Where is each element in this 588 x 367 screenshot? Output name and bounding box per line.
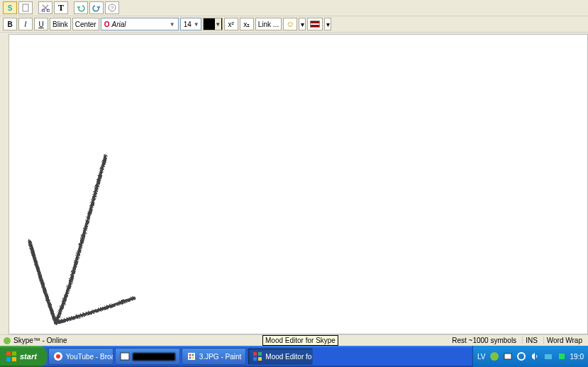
- cut-button[interactable]: [38, 1, 52, 14]
- chevron-down-icon: ▼: [170, 21, 175, 28]
- taskbar-item-label: Mood Editor for Skype: [265, 353, 313, 361]
- rest-symbols-label: Rest ~1000 symbols: [452, 337, 516, 344]
- toolbar-row-1: S T ?: [0, 0, 588, 16]
- svg-rect-8: [6, 357, 11, 361]
- tray-icon[interactable]: [503, 351, 513, 361]
- font-size-select[interactable]: 14 ▼: [180, 18, 201, 30]
- svg-rect-0: [23, 4, 28, 11]
- svg-rect-21: [258, 357, 262, 361]
- emoji-button[interactable]: ☺: [283, 18, 297, 30]
- chevron-down-icon: ▼: [194, 21, 199, 28]
- new-icon: [21, 4, 30, 12]
- redo-icon: [92, 4, 101, 12]
- emoji-dropdown[interactable]: ▾: [299, 18, 306, 30]
- tooltip: Mood Editor for Skype: [262, 335, 338, 346]
- help-icon: ?: [108, 4, 116, 12]
- subscript-button[interactable]: x₂: [240, 18, 254, 30]
- taskbar-item-mood-editor[interactable]: Mood Editor for Skype: [248, 348, 313, 365]
- skype-toggle-button[interactable]: S: [3, 1, 17, 14]
- text-button[interactable]: T: [54, 1, 68, 14]
- blink-button[interactable]: Blink: [50, 18, 71, 30]
- svg-rect-13: [188, 353, 195, 360]
- svg-rect-20: [253, 357, 257, 361]
- svg-rect-12: [121, 353, 129, 360]
- svg-rect-23: [504, 354, 511, 359]
- app-icon: [120, 351, 130, 361]
- font-color-button[interactable]: ▼: [203, 18, 223, 30]
- underline-button[interactable]: U: [34, 18, 48, 30]
- start-label: start: [20, 352, 37, 361]
- font-family-select[interactable]: O Arial ▼: [101, 18, 179, 30]
- editor-canvas[interactable]: [9, 34, 588, 334]
- start-button[interactable]: start: [0, 346, 47, 367]
- italic-button[interactable]: I: [18, 18, 33, 30]
- svg-rect-18: [253, 352, 257, 356]
- svg-rect-26: [559, 354, 565, 359]
- taskbar-item-youtube[interactable]: YouTube - Broadcast ...: [48, 348, 113, 365]
- skype-status-label: Skype™ - Online: [13, 337, 67, 344]
- taskbar-item-app[interactable]: xxxxxxxxxxxx: [115, 348, 180, 365]
- skype-status-icon: [3, 337, 11, 345]
- svg-rect-19: [258, 352, 262, 356]
- taskbar-item-label: xxxxxxxxxxxx: [133, 353, 175, 361]
- svg-rect-6: [6, 351, 11, 356]
- link-button[interactable]: Link ...: [255, 18, 282, 30]
- taskbar-item-label: YouTube - Broadcast ...: [66, 353, 113, 361]
- mood-editor-icon: [253, 351, 262, 361]
- center-button[interactable]: Center: [72, 18, 99, 30]
- windows-logo-icon: [6, 351, 17, 362]
- svg-text:?: ?: [111, 5, 114, 11]
- svg-point-16: [189, 357, 191, 359]
- taskbar-item-paint[interactable]: 3.JPG - Paint: [182, 348, 246, 365]
- svg-point-5: [4, 337, 11, 344]
- font-name-label: Arial: [111, 21, 126, 28]
- clock[interactable]: 19:0: [570, 353, 584, 361]
- undo-icon: [77, 4, 85, 12]
- word-wrap-label: Word Wrap: [543, 337, 582, 344]
- svg-point-14: [189, 354, 191, 356]
- status-bar: Skype™ - Online Mood Editor for Skype Re…: [0, 334, 588, 346]
- tray-icon[interactable]: [557, 351, 567, 361]
- paint-icon: [187, 351, 196, 361]
- chevron-down-icon: ▼: [215, 18, 221, 30]
- flag-icon: [310, 21, 320, 28]
- flag-dropdown[interactable]: ▾: [324, 18, 331, 30]
- tray-icon[interactable]: [543, 351, 553, 361]
- language-indicator[interactable]: LV: [477, 353, 486, 361]
- undo-button[interactable]: [74, 1, 88, 14]
- tray-icon[interactable]: [516, 351, 526, 361]
- browser-icon: [53, 351, 63, 361]
- tray-icon[interactable]: [530, 351, 540, 361]
- svg-point-22: [490, 352, 499, 361]
- font-size-label: 14: [184, 21, 192, 28]
- new-button[interactable]: [18, 1, 33, 14]
- toolbar-row-2: B I U Blink Center O Arial ▼ 14 ▼ ▼ x² x…: [0, 16, 588, 33]
- svg-point-15: [192, 354, 194, 356]
- taskbar-item-label: 3.JPG - Paint: [199, 353, 241, 361]
- windows-taskbar: start YouTube - Broadcast ... xxxxxxxxxx…: [0, 346, 588, 367]
- tray-icon[interactable]: [489, 351, 499, 361]
- system-tray: LV 19:0: [472, 346, 588, 367]
- svg-point-24: [518, 353, 525, 360]
- svg-rect-7: [12, 351, 16, 356]
- drawing-content: [9, 35, 587, 334]
- svg-rect-9: [12, 357, 16, 361]
- cut-icon: [41, 4, 50, 12]
- insert-mode-label: INS: [522, 337, 538, 344]
- svg-rect-25: [545, 354, 552, 359]
- flag-button[interactable]: [307, 18, 323, 30]
- superscript-button[interactable]: x²: [224, 18, 238, 30]
- svg-point-17: [192, 357, 194, 359]
- bold-button[interactable]: B: [3, 18, 17, 30]
- redo-button[interactable]: [89, 1, 104, 14]
- help-button[interactable]: ?: [105, 1, 119, 14]
- svg-point-11: [56, 354, 60, 358]
